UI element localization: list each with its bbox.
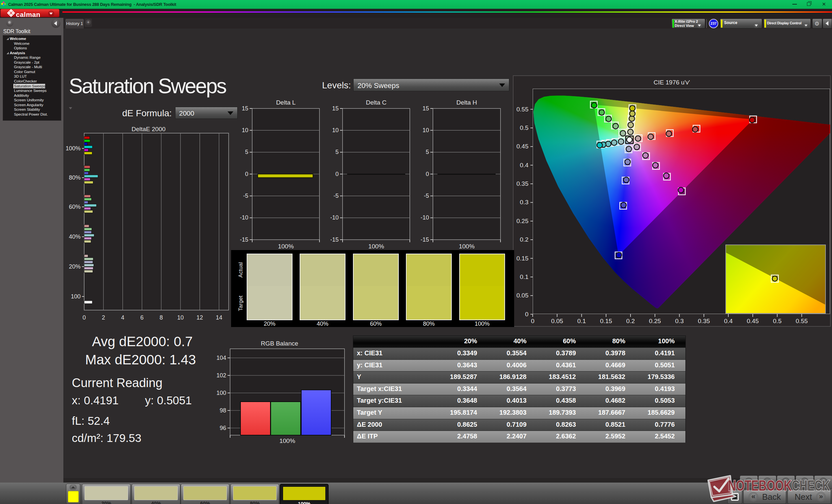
svg-text:40%: 40% [316,320,328,327]
svg-text:-10: -10 [240,214,248,221]
svg-text:12: 12 [197,314,203,321]
svg-text:15: 15 [332,105,339,112]
svg-text:10: 10 [422,127,429,134]
svg-text:20%: 20% [264,320,275,327]
svg-text:10: 10 [177,314,184,321]
svg-text:0.4: 0.4 [520,162,529,169]
svg-text:0.2: 0.2 [520,236,528,243]
svg-text:Target: Target [238,296,244,311]
svg-text:0: 0 [426,171,429,177]
svg-text:-15: -15 [330,236,339,243]
svg-text:-5: -5 [424,193,429,199]
svg-text:0.4: 0.4 [724,317,733,325]
svg-text:NOTEBOOK: NOTEBOOK [728,477,792,494]
svg-text:6: 6 [140,314,144,321]
svg-text:5: 5 [335,149,339,155]
svg-text:0.25: 0.25 [516,218,528,224]
svg-text:14: 14 [216,314,222,321]
svg-text:10: 10 [242,127,248,134]
svg-text:100: 100 [71,293,81,300]
svg-text:5: 5 [426,149,429,155]
svg-text:-5: -5 [243,193,248,199]
svg-text:0.45: 0.45 [516,143,528,150]
svg-text:0: 0 [335,171,339,177]
svg-text:100%: 100% [459,243,475,250]
svg-text:DeltaE 2000: DeltaE 2000 [132,126,166,133]
svg-text:0.25: 0.25 [649,317,661,325]
svg-text:98: 98 [220,407,226,414]
svg-text:0: 0 [525,311,528,317]
svg-text:96: 96 [220,425,226,431]
svg-text:-10: -10 [330,214,339,221]
svg-text:60%: 60% [69,204,81,210]
svg-text:102: 102 [216,372,226,379]
svg-text:RGB Balance: RGB Balance [261,340,298,347]
svg-text:0.3: 0.3 [520,199,528,205]
svg-text:0.5: 0.5 [773,317,781,325]
svg-text:40%: 40% [69,233,81,240]
svg-text:Delta L: Delta L [276,99,295,106]
svg-text:0.1: 0.1 [520,274,528,280]
svg-text:100%: 100% [66,145,81,152]
svg-text:80%: 80% [69,174,81,181]
svg-text:Delta C: Delta C [366,99,386,106]
svg-text:100%: 100% [368,243,384,250]
svg-text:0: 0 [82,314,86,321]
svg-text:10: 10 [332,127,339,134]
svg-text:CHECK: CHECK [792,477,830,494]
svg-text:0.35: 0.35 [516,180,528,187]
svg-text:0.55: 0.55 [796,317,808,325]
svg-text:-5: -5 [334,193,339,199]
svg-text:0.55: 0.55 [516,106,528,113]
svg-text:5: 5 [245,149,248,155]
svg-text:0.05: 0.05 [551,317,563,325]
svg-text:60%: 60% [370,320,382,327]
svg-text:-15: -15 [420,236,429,243]
svg-text:0.2: 0.2 [626,317,635,325]
svg-text:100%: 100% [474,320,490,327]
svg-text:0.5: 0.5 [520,124,528,131]
svg-text:0.45: 0.45 [747,317,759,325]
svg-text:Delta H: Delta H [456,99,477,106]
svg-text:Actual: Actual [238,262,244,277]
svg-text:15: 15 [242,105,248,112]
svg-text:20%: 20% [69,263,81,270]
svg-text:0.1: 0.1 [577,317,586,325]
svg-text:-15: -15 [240,236,248,243]
svg-text:0.3: 0.3 [675,317,683,325]
svg-text:0: 0 [531,317,535,325]
svg-text:104: 104 [216,355,226,361]
svg-text:100%: 100% [280,438,295,444]
svg-text:15: 15 [422,105,429,112]
svg-text:100%: 100% [278,243,294,250]
svg-text:0: 0 [245,171,248,177]
svg-text:0.35: 0.35 [698,317,710,325]
svg-text:4: 4 [121,314,124,321]
svg-text:0.15: 0.15 [516,255,528,262]
svg-text:-10: -10 [420,214,429,221]
svg-text:100: 100 [216,390,226,396]
svg-text:80%: 80% [423,320,435,327]
svg-text:0.05: 0.05 [516,292,528,299]
svg-text:0.15: 0.15 [600,317,612,325]
svg-text:2: 2 [102,314,105,321]
svg-text:8: 8 [160,314,163,321]
